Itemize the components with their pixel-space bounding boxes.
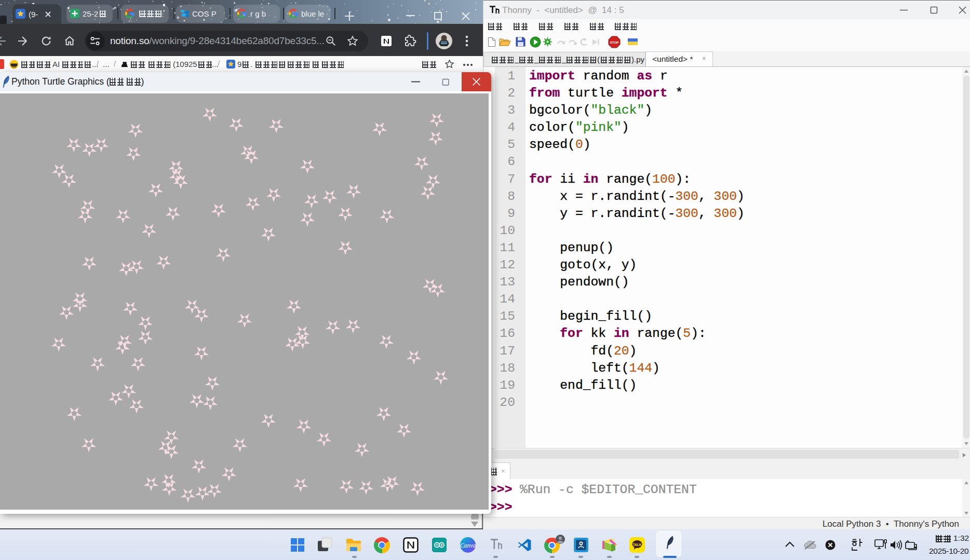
svg-text:Canva: Canva (460, 542, 476, 549)
svg-text:TALK: TALK (633, 543, 642, 547)
svg-text:STOP: STOP (610, 40, 619, 44)
